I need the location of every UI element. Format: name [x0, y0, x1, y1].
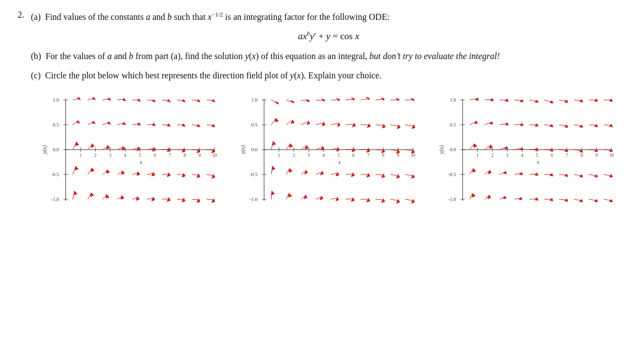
svg-text:7: 7	[566, 153, 568, 158]
svg-text:5: 5	[139, 153, 141, 158]
equation-display: axby′ + y = cos x	[31, 30, 626, 42]
svg-text:7: 7	[367, 153, 369, 158]
svg-text:-0.5: -0.5	[250, 172, 258, 177]
problem-wrapper: 2. (a) Find values of the constants a an…	[18, 10, 626, 216]
svg-text:9: 9	[595, 153, 598, 158]
svg-text:1.0: 1.0	[450, 97, 457, 103]
svg-text:0.0: 0.0	[450, 147, 457, 152]
svg-text:-0.5: -0.5	[51, 172, 60, 177]
equation: axby′ + y = cos x	[298, 31, 359, 41]
svg-text:y(x): y(x)	[41, 145, 48, 155]
svg-text:x: x	[338, 159, 341, 165]
svg-text:0.0: 0.0	[251, 147, 258, 152]
svg-text:6: 6	[352, 153, 355, 158]
svg-text:3: 3	[506, 153, 508, 158]
svg-text:10: 10	[212, 153, 217, 158]
svg-text:6: 6	[154, 153, 156, 158]
svg-text:4: 4	[323, 153, 325, 158]
svg-text:1: 1	[278, 153, 280, 158]
plot-3-container: 1.0 0.5 0.0 -0.5 -1.0 1 2 3 4	[436, 94, 618, 216]
part-c-text: Circle the plot below which best represe…	[45, 71, 382, 80]
svg-text:-1.0: -1.0	[51, 197, 60, 202]
svg-text:4: 4	[521, 153, 523, 158]
svg-text:0.0: 0.0	[53, 147, 60, 152]
svg-text:9: 9	[198, 153, 201, 158]
svg-text:-0.5: -0.5	[448, 172, 457, 177]
part-a-label: (a)	[31, 12, 43, 22]
svg-text:1: 1	[476, 153, 479, 158]
svg-text:x: x	[536, 159, 540, 165]
svg-marker-308	[490, 98, 493, 101]
part-a: (a) Find values of the constants a and b…	[31, 10, 626, 42]
svg-text:2: 2	[94, 153, 96, 158]
problem-body: (a) Find values of the constants a and b…	[31, 10, 626, 216]
plots-row: 1.0 0.5 0.0 -0.5 -1.0 1 2 3	[31, 94, 626, 216]
svg-text:y(x): y(x)	[438, 145, 445, 155]
svg-text:3: 3	[109, 153, 111, 158]
plot-2-container: 1.0 0.5 0.0 -0.5 -1.0 1 2 3 4	[238, 94, 420, 216]
svg-text:4: 4	[124, 153, 126, 158]
plot-3-svg: 1.0 0.5 0.0 -0.5 -1.0 1 2 3 4	[436, 94, 618, 216]
svg-text:1: 1	[79, 153, 82, 158]
svg-text:2: 2	[293, 153, 295, 158]
svg-text:0.5: 0.5	[53, 122, 60, 128]
svg-text:1.0: 1.0	[53, 97, 60, 103]
part-b: (b) For the values of a and b from part …	[31, 50, 626, 63]
svg-text:5: 5	[337, 153, 340, 158]
part-a-text: Find values of the constants a and b suc…	[45, 12, 390, 22]
part-b-text: For the values of a and b from part (a),…	[46, 51, 500, 61]
svg-text:5: 5	[536, 153, 538, 158]
svg-text:8: 8	[581, 153, 583, 158]
svg-marker-306	[475, 98, 479, 100]
part-c-label: (c)	[31, 71, 43, 80]
problem-number: 2.	[18, 10, 24, 20]
part-b-label: (b)	[31, 51, 44, 61]
svg-text:-1.0: -1.0	[448, 197, 457, 202]
svg-text:2: 2	[491, 153, 493, 158]
svg-text:-1.0: -1.0	[250, 197, 258, 202]
svg-text:10: 10	[609, 153, 614, 158]
part-c: (c) Circle the plot below which best rep…	[31, 69, 626, 83]
svg-text:8: 8	[382, 153, 384, 158]
plot-2-svg: 1.0 0.5 0.0 -0.5 -1.0 1 2 3 4	[238, 94, 420, 216]
svg-text:6: 6	[551, 153, 553, 158]
svg-text:y(x): y(x)	[240, 145, 246, 155]
plot-1-svg: 1.0 0.5 0.0 -0.5 -1.0 1 2 3	[39, 94, 221, 216]
plot-1-container: 1.0 0.5 0.0 -0.5 -1.0 1 2 3	[39, 94, 221, 216]
svg-text:x: x	[139, 159, 143, 165]
svg-text:8: 8	[184, 153, 186, 158]
svg-text:0.5: 0.5	[450, 122, 457, 128]
svg-text:1.0: 1.0	[251, 97, 258, 103]
svg-text:0.5: 0.5	[251, 122, 258, 128]
svg-text:3: 3	[308, 153, 310, 158]
svg-text:7: 7	[169, 153, 171, 158]
svg-text:9: 9	[397, 153, 399, 158]
